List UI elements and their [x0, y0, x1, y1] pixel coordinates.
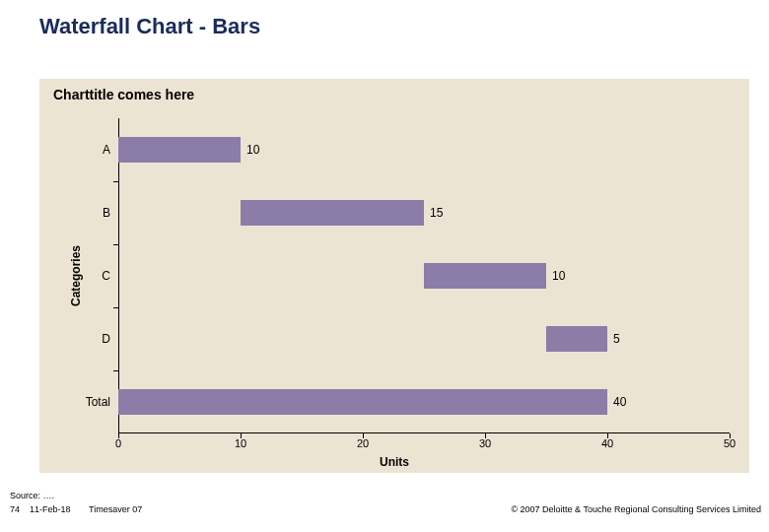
bar — [241, 200, 424, 226]
value-label: 10 — [546, 269, 565, 283]
footer-source: Source: …. — [10, 491, 54, 500]
y-tick-mark — [113, 307, 118, 308]
x-tick-label: 40 — [601, 433, 613, 449]
y-tick-mark — [113, 370, 118, 371]
footer-date: 11-Feb-18 — [30, 504, 71, 514]
footer-copyright: © 2007 Deloitte & Touche Regional Consul… — [511, 504, 761, 514]
footer-file: Timesaver 07 — [89, 504, 142, 514]
plot-area: 01020304050A10B15C10D5Total40 — [118, 118, 730, 433]
bar — [118, 389, 607, 415]
category-label: D — [102, 332, 118, 346]
value-label: 40 — [607, 395, 626, 409]
bar — [424, 263, 546, 289]
x-tick-label: 30 — [479, 433, 491, 449]
category-label: C — [102, 269, 118, 283]
slide-title: Waterfall Chart - Bars — [0, 0, 769, 39]
value-label: 15 — [424, 206, 443, 220]
y-axis-line — [118, 118, 119, 433]
value-label: 5 — [607, 332, 620, 346]
y-tick-mark — [113, 244, 118, 245]
chart-title: Charttitle comes here — [53, 87, 194, 102]
footer-page: 74 — [10, 504, 20, 514]
bar — [546, 326, 607, 352]
x-tick-label: 10 — [235, 433, 246, 449]
category-label: B — [103, 206, 118, 220]
x-tick-label: 0 — [115, 433, 121, 449]
bar — [118, 137, 241, 163]
value-label: 10 — [241, 143, 259, 157]
x-tick-label: 50 — [724, 433, 735, 449]
x-tick-label: 20 — [357, 433, 369, 449]
x-axis-title: Units — [39, 455, 749, 469]
y-axis-title: Categories — [69, 245, 83, 306]
chart-panel: Charttitle comes here Categories Units 0… — [39, 79, 749, 473]
y-tick-mark — [113, 181, 118, 182]
x-axis-line — [118, 432, 730, 433]
category-label: Total — [86, 395, 118, 409]
category-label: A — [103, 143, 118, 157]
